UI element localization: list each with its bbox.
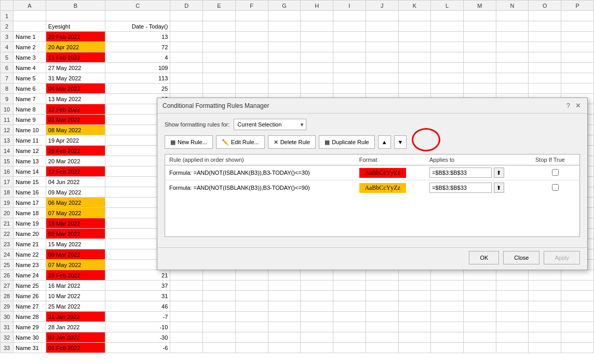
cell-e26[interactable] xyxy=(203,270,236,281)
cell-k28[interactable] xyxy=(398,291,431,301)
cell-f5[interactable] xyxy=(235,52,268,63)
cell-f6[interactable] xyxy=(235,63,268,73)
cell-e30[interactable] xyxy=(203,312,236,322)
cell-k29[interactable] xyxy=(398,301,431,312)
cell-c28[interactable]: 31 xyxy=(105,291,170,301)
cell-g29[interactable] xyxy=(268,301,301,312)
cell-e28[interactable] xyxy=(203,291,236,301)
applies-input-1[interactable] xyxy=(429,183,492,193)
cell-g1[interactable] xyxy=(268,11,301,21)
col-header-m[interactable]: M xyxy=(463,1,496,11)
cell-j3[interactable] xyxy=(366,32,398,42)
cell-g6[interactable] xyxy=(268,63,301,73)
cell-h31[interactable] xyxy=(301,322,333,332)
cell-m31[interactable] xyxy=(463,322,496,332)
cell-d29[interactable] xyxy=(170,301,203,312)
cell-n4[interactable] xyxy=(496,42,529,52)
cell-g28[interactable] xyxy=(268,291,301,301)
cell-c26[interactable]: 21 xyxy=(105,270,170,281)
cell-n26[interactable] xyxy=(496,270,529,281)
cell-h3[interactable] xyxy=(301,32,333,42)
close-icon[interactable]: ✕ xyxy=(574,102,582,109)
cell-m29[interactable] xyxy=(463,301,496,312)
cell-e3[interactable] xyxy=(203,32,236,42)
cell-k32[interactable] xyxy=(398,332,431,343)
cell-o30[interactable] xyxy=(529,312,561,322)
help-button[interactable]: ? xyxy=(565,102,571,109)
cell-k26[interactable] xyxy=(398,270,431,281)
cell-p5[interactable] xyxy=(561,52,594,63)
cell-l26[interactable] xyxy=(431,270,464,281)
cell-f33[interactable] xyxy=(235,343,268,353)
new-rule-button[interactable]: ▦ New Rule... xyxy=(165,135,213,149)
cell-d1[interactable] xyxy=(170,11,203,21)
cell-b6[interactable]: 27 May 2022 xyxy=(46,63,105,73)
cell-o2[interactable] xyxy=(529,21,561,32)
cell-p26[interactable] xyxy=(561,270,594,281)
cell-c5[interactable]: 4 xyxy=(105,52,170,63)
cell-d33[interactable] xyxy=(170,343,203,353)
cell-c3[interactable]: 13 xyxy=(105,32,170,42)
cell-p27[interactable] xyxy=(561,281,594,291)
cell-b15[interactable]: 20 Mar 2022 xyxy=(46,156,105,166)
cell-a22[interactable]: Name 20 xyxy=(14,229,46,239)
cell-a27[interactable]: Name 25 xyxy=(14,281,46,291)
cell-m3[interactable] xyxy=(463,32,496,42)
cell-m30[interactable] xyxy=(463,312,496,322)
cell-a31[interactable]: Name 29 xyxy=(14,322,46,332)
cell-m28[interactable] xyxy=(463,291,496,301)
cell-b5[interactable]: 11 Feb 2022 xyxy=(46,52,105,63)
cell-l2[interactable] xyxy=(431,21,464,32)
cell-n33[interactable] xyxy=(496,343,529,353)
cell-n28[interactable] xyxy=(496,291,529,301)
col-header-b[interactable]: B xyxy=(46,1,105,11)
cell-f32[interactable] xyxy=(235,332,268,343)
cell-j29[interactable] xyxy=(366,301,398,312)
cell-a15[interactable]: Name 13 xyxy=(14,156,46,166)
applies-input-0[interactable] xyxy=(429,167,492,178)
cell-o5[interactable] xyxy=(529,52,561,63)
cell-o29[interactable] xyxy=(529,301,561,312)
cell-j4[interactable] xyxy=(366,42,398,52)
cell-l32[interactable] xyxy=(431,332,464,343)
move-up-button[interactable]: ▲ xyxy=(378,135,391,149)
cell-j2[interactable] xyxy=(366,21,398,32)
cell-g2[interactable] xyxy=(268,21,301,32)
cell-a17[interactable]: Name 15 xyxy=(14,177,46,187)
cell-b25[interactable]: 07 May 2022 xyxy=(46,260,105,270)
cell-a16[interactable]: Name 14 xyxy=(14,166,46,177)
cell-e5[interactable] xyxy=(203,52,236,63)
cell-e1[interactable] xyxy=(203,11,236,21)
cell-j30[interactable] xyxy=(366,312,398,322)
cell-p7[interactable] xyxy=(561,73,594,83)
cell-h32[interactable] xyxy=(301,332,333,343)
cell-k1[interactable] xyxy=(398,11,431,21)
cell-l5[interactable] xyxy=(431,52,464,63)
cell-a7[interactable]: Name 5 xyxy=(14,73,46,83)
cell-h6[interactable] xyxy=(301,63,333,73)
cell-e2[interactable] xyxy=(203,21,236,32)
cell-b33[interactable]: 01 Feb 2022 xyxy=(46,343,105,353)
cell-m1[interactable] xyxy=(463,11,496,21)
ok-button[interactable]: OK xyxy=(469,251,499,264)
delete-rule-button[interactable]: ✕ Delete Rule xyxy=(268,135,316,149)
cell-f28[interactable] xyxy=(235,291,268,301)
cell-b3[interactable]: 20 Feb 2022 xyxy=(46,32,105,42)
cell-f7[interactable] xyxy=(235,73,268,83)
cell-b26[interactable]: 28 Feb 2022 xyxy=(46,270,105,281)
cell-n2[interactable] xyxy=(496,21,529,32)
cell-b12[interactable]: 08 May 2022 xyxy=(46,125,105,135)
cell-c33[interactable]: -6 xyxy=(105,343,170,353)
col-header-j[interactable]: J xyxy=(366,1,398,11)
cell-j5[interactable] xyxy=(366,52,398,63)
col-header-k[interactable]: K xyxy=(398,1,431,11)
cell-m33[interactable] xyxy=(463,343,496,353)
cell-g8[interactable] xyxy=(268,83,301,94)
cell-f2[interactable] xyxy=(235,21,268,32)
cell-i26[interactable] xyxy=(333,270,366,281)
cell-a25[interactable]: Name 23 xyxy=(14,260,46,270)
cell-b10[interactable]: 12 Feb 2022 xyxy=(46,104,105,115)
cell-j1[interactable] xyxy=(366,11,398,21)
cell-h26[interactable] xyxy=(301,270,333,281)
cell-a26[interactable]: Name 24 xyxy=(14,270,46,281)
